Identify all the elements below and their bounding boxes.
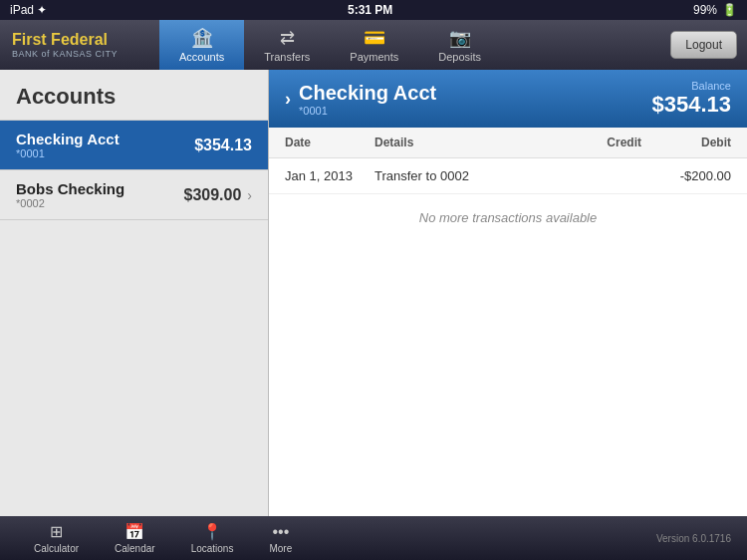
tool-calculator[interactable]: ⊞ Calculator xyxy=(16,518,97,558)
detail-header-left: › Checking Acct *0001 xyxy=(285,82,436,117)
battery-label: 99% xyxy=(693,3,717,17)
account-balance-bobs: $309.00 xyxy=(183,186,241,204)
chevron-right-icon: › xyxy=(247,187,252,203)
payments-icon: 💳 xyxy=(364,27,385,49)
status-right: 99% 🔋 xyxy=(693,3,737,17)
transactions-table: Date Details Credit Debit Jan 1, 2013 Tr… xyxy=(269,128,747,516)
tab-accounts-label: Accounts xyxy=(179,51,224,63)
no-more-transactions-label: No more transactions available xyxy=(269,194,747,241)
nav-bar: First Federal BANK of KANSAS CITY 🏦 Acco… xyxy=(0,20,747,70)
status-bar: iPad ✦ 5:31 PM 99% 🔋 xyxy=(0,0,747,20)
calculator-label: Calculator xyxy=(34,543,79,554)
detail-expand-icon[interactable]: › xyxy=(285,89,291,110)
bottom-bar: ⊞ Calculator 📅 Calendar 📍 Locations ••• … xyxy=(0,516,747,560)
tool-more[interactable]: ••• More xyxy=(251,519,310,558)
deposits-icon: 📷 xyxy=(449,27,471,49)
calculator-icon: ⊞ xyxy=(50,522,63,541)
table-header: Date Details Credit Debit xyxy=(269,128,747,158)
tool-calendar[interactable]: 📅 Calendar xyxy=(97,518,173,558)
account-number-checking: *0001 xyxy=(16,147,120,159)
tab-payments[interactable]: 💳 Payments xyxy=(330,20,418,70)
bottom-tools: ⊞ Calculator 📅 Calendar 📍 Locations ••• … xyxy=(16,518,310,558)
calendar-label: Calendar xyxy=(115,543,155,554)
tab-transfers[interactable]: ⇄ Transfers xyxy=(244,20,330,70)
detail-panel: › Checking Acct *0001 Balance $354.13 Da… xyxy=(269,70,747,516)
calendar-icon: 📅 xyxy=(124,522,144,541)
accounts-icon: 🏦 xyxy=(191,27,213,49)
logo-subtitle: BANK of KANSAS CITY xyxy=(12,49,159,59)
nav-tabs: 🏦 Accounts ⇄ Transfers 💳 Payments 📷 Depo… xyxy=(159,20,670,70)
detail-balance-label: Balance xyxy=(651,80,731,92)
account-item-bobs[interactable]: Bobs Checking *0002 $309.00 › xyxy=(0,170,268,220)
sidebar-title: Accounts xyxy=(0,70,268,121)
detail-account-info: Checking Acct *0001 xyxy=(299,82,436,117)
tab-payments-label: Payments xyxy=(350,51,398,63)
account-info-checking: Checking Acct *0001 xyxy=(16,131,120,159)
tool-locations[interactable]: 📍 Locations xyxy=(173,518,252,558)
th-date: Date xyxy=(285,136,374,149)
version-text: Version 6.0.1716 xyxy=(656,533,731,544)
detail-balance-area: Balance $354.13 xyxy=(651,80,731,118)
logo-title: First Federal xyxy=(12,31,159,49)
locations-icon: 📍 xyxy=(202,522,222,541)
account-balance-checking: $354.13 xyxy=(194,137,252,154)
detail-header: › Checking Acct *0001 Balance $354.13 xyxy=(269,70,747,128)
account-name-checking: Checking Acct xyxy=(16,131,120,147)
status-left: iPad ✦ xyxy=(10,3,47,17)
detail-account-name: Checking Acct xyxy=(299,82,436,105)
tx-details: Transfer to 0002 xyxy=(374,168,552,183)
status-time: 5:31 PM xyxy=(348,3,392,17)
th-debit: Debit xyxy=(641,136,731,149)
th-details: Details xyxy=(374,136,552,149)
logout-button[interactable]: Logout xyxy=(670,31,737,59)
tx-date: Jan 1, 2013 xyxy=(285,168,374,183)
transaction-row: Jan 1, 2013 Transfer to 0002 -$200.00 xyxy=(269,158,747,194)
tab-deposits-label: Deposits xyxy=(438,51,481,63)
detail-account-number: *0001 xyxy=(299,105,436,117)
more-label: More xyxy=(269,543,292,554)
detail-balance: $354.13 xyxy=(651,92,731,118)
more-icon: ••• xyxy=(272,523,289,541)
tab-transfers-label: Transfers xyxy=(264,51,310,63)
locations-label: Locations xyxy=(191,543,234,554)
transfers-icon: ⇄ xyxy=(280,27,295,49)
tx-debit: -$200.00 xyxy=(641,168,731,183)
tab-accounts[interactable]: 🏦 Accounts xyxy=(159,20,244,70)
logo-area: First Federal BANK of KANSAS CITY xyxy=(0,31,159,59)
sidebar: Accounts Checking Acct *0001 $354.13 Bob… xyxy=(0,70,269,516)
account-item-checking[interactable]: Checking Acct *0001 $354.13 xyxy=(0,121,268,170)
th-credit: Credit xyxy=(552,136,641,149)
account-info-bobs: Bobs Checking *0002 xyxy=(16,180,124,209)
account-name-bobs: Bobs Checking xyxy=(16,180,124,197)
tab-deposits[interactable]: 📷 Deposits xyxy=(418,20,501,70)
main-content: Accounts Checking Acct *0001 $354.13 Bob… xyxy=(0,70,747,516)
device-label: iPad ✦ xyxy=(10,3,47,17)
battery-icon: 🔋 xyxy=(722,3,737,17)
account-number-bobs: *0002 xyxy=(16,197,124,209)
